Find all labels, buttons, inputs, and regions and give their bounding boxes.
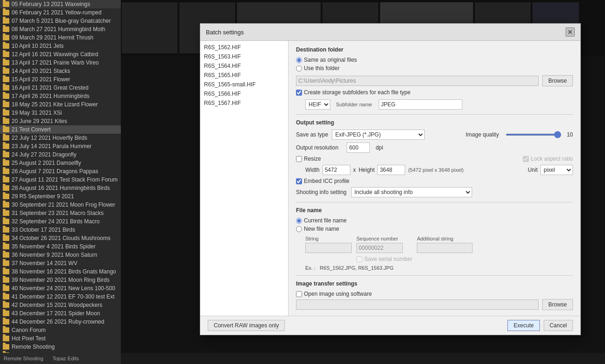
browse-folder-button[interactable]: Browse [542, 75, 573, 86]
file-item-4[interactable]: R6S_1565-small.HIF [200, 80, 288, 89]
sidebar-item-1[interactable]: 05 February 13 2021 Waxwings [0, 0, 121, 8]
create-subfolder-label[interactable]: Create storage subfolders for each file … [296, 89, 410, 96]
width-input[interactable] [322, 165, 350, 175]
sidebar-item-9[interactable]: 14 April 20 2021 Stacks [0, 67, 121, 75]
sidebar-item-5[interactable]: 09 March 29 2021 Hermit Thrush [0, 33, 121, 42]
sidebar-item-29[interactable]: 34 October 26 2021 Clouds Mushrooms [0, 234, 121, 242]
topaz-edits-link[interactable]: Topaz Edits [53, 356, 79, 361]
subfolder-type-select[interactable]: HEIF [305, 99, 330, 110]
create-subfolder-checkbox[interactable] [296, 90, 302, 96]
file-item-6[interactable]: R6S_1567.HIF [200, 98, 288, 108]
radio-current-filename[interactable] [296, 218, 302, 224]
sidebar-item-4[interactable]: 08 March 27 2021 Hummingbird Moth [0, 25, 121, 33]
browse-software-button[interactable]: Browse [542, 299, 573, 310]
radio-same-original[interactable] [296, 57, 302, 63]
sidebar-item-11[interactable]: 16 April 21 2021 Great Crested [0, 84, 121, 92]
quality-slider[interactable] [506, 134, 561, 136]
sidebar-item-13[interactable]: 18 May 25 2021 Kite Lizard Flower [0, 100, 121, 109]
sidebar-item-23[interactable]: 28 August 16 2021 Hummingbirds Birds [0, 184, 121, 192]
sidebar-item-2[interactable]: 06 February 21 2021 Yellow-rumped [0, 8, 121, 17]
lock-aspect-checkbox[interactable] [523, 156, 529, 162]
radio-current-label[interactable]: Current file name [296, 217, 573, 224]
sequence-input[interactable] [356, 243, 403, 253]
resolution-input[interactable] [347, 143, 370, 153]
cancel-button[interactable]: Cancel [544, 320, 573, 331]
sidebar-item-label-38: 43 December 17 2021 Spider Moon [12, 310, 100, 317]
sidebar-item-6[interactable]: 10 April 10 2021 Jets [0, 42, 121, 50]
sidebar-item-40[interactable]: Canon Forum [0, 326, 121, 334]
embed-icc-label[interactable]: Embed ICC profile [296, 178, 349, 184]
sidebar-item-36[interactable]: 41 December 12 2021 EF 70-300 test Ext [0, 292, 121, 301]
embed-icc-checkbox[interactable] [296, 178, 302, 184]
radio-new-filename[interactable] [296, 226, 302, 232]
open-software-label[interactable]: Open image using software [296, 291, 573, 297]
sidebar-item-19[interactable]: 24 July 27 2021 Dragonfly [0, 150, 121, 159]
sidebar-item-24[interactable]: 29 R5 September 9 2021 [0, 192, 121, 201]
open-software-checkbox[interactable] [296, 291, 302, 297]
sidebar-item-10[interactable]: 15 April 20 2021 Flower [0, 75, 121, 84]
unit-select[interactable]: pixel [540, 165, 573, 175]
execute-button[interactable]: Execute [507, 320, 539, 331]
sidebar-item-12[interactable]: 17 April 26 2021 Hummingbirds [0, 92, 121, 100]
save-as-select[interactable]: Exif-JPEG (*.JPG) [332, 130, 425, 140]
sidebar-item-37[interactable]: 42 December 15 2021 Woodpeckers [0, 301, 121, 309]
lock-aspect-label[interactable]: Lock aspect ratio [523, 156, 573, 162]
folder-icon-27 [3, 219, 9, 224]
height-input[interactable] [377, 165, 405, 175]
sidebar-item-7[interactable]: 12 April 16 2021 Waxwings Catbird [0, 50, 121, 58]
sidebar-item-25[interactable]: 30 September 21 2021 Moon Frog Flower [0, 201, 121, 209]
sidebar-item-28[interactable]: 33 October 17 2021 Birds [0, 226, 121, 234]
sidebar-item-label-36: 41 December 12 2021 EF 70-300 test Ext [12, 293, 114, 300]
sidebar-item-31[interactable]: 36 November 9 2021 Moon Saturn [0, 251, 121, 259]
sidebar-item-32[interactable]: 37 November 14 2021 WV [0, 259, 121, 267]
string-label: String [305, 236, 352, 241]
sidebar-item-42[interactable]: Remote Shooting [0, 343, 121, 351]
sidebar-item-27[interactable]: 32 September 24 2021 Birds Macro [0, 217, 121, 226]
sidebar-item-16[interactable]: 21 Test Convert [0, 125, 121, 134]
sidebar-item-3[interactable]: 07 March 5 2021 Blue-gray Gnatcatcher [0, 17, 121, 25]
sidebar-item-33[interactable]: 38 November 16 2021 Birds Gnats Mango [0, 267, 121, 276]
radio-use-folder[interactable] [296, 65, 302, 72]
sidebar-item-8[interactable]: 13 April 17 2021 Prairie Warb Vireo [0, 58, 121, 67]
sidebar-item-label-18: 23 July 14 2021 Parula Hummer [12, 143, 92, 150]
additional-input[interactable] [417, 243, 473, 253]
save-serial-checkbox[interactable] [356, 256, 362, 262]
sidebar-item-41[interactable]: Hot Pixel Test [0, 334, 121, 343]
sidebar-item-20[interactable]: 25 August 2 2021 Damselfly [0, 159, 121, 167]
sidebar-item-30[interactable]: 35 November 4 2021 Birds Spider [0, 242, 121, 251]
sidebar-item-35[interactable]: 40 November 24 2021 New Lens 100-500 [0, 284, 121, 292]
sidebar-item-38[interactable]: 43 December 17 2021 Spider Moon [0, 309, 121, 318]
file-item-0[interactable]: R6S_1562.HIF [200, 43, 288, 52]
sidebar-item-22[interactable]: 27 August 11 2021 Test Stack From Forum [0, 176, 121, 184]
resize-label[interactable]: Resize [296, 156, 321, 162]
sidebar-item-21[interactable]: 26 August 7 2021 Dragons Pappas [0, 167, 121, 176]
sidebar-item-18[interactable]: 23 July 14 2021 Parula Hummer [0, 142, 121, 150]
folder-icon-28 [3, 227, 9, 233]
remote-shooting-link[interactable]: Remote Shooting [4, 356, 43, 361]
folder-path-input[interactable] [296, 76, 539, 86]
sidebar-item-label-10: 15 April 20 2021 Flower [12, 76, 70, 83]
convert-raw-button[interactable]: Convert RAW images only [208, 320, 285, 331]
subfolder-name-input[interactable] [379, 99, 462, 110]
file-item-3[interactable]: R6S_1565.HIF [200, 71, 288, 80]
file-item-5[interactable]: R6S_1566.HIF [200, 89, 288, 98]
save-serial-label[interactable]: Save serial number [356, 256, 412, 262]
dialog-close-button[interactable]: ✕ [566, 27, 575, 37]
resize-checkbox[interactable] [296, 156, 302, 162]
sidebar-item-14[interactable]: 19 May 31 2021 XSi [0, 109, 121, 117]
radio-same-label[interactable]: Same as original files [296, 57, 573, 63]
sidebar-item-34[interactable]: 39 November 20 2021 Moon Ring Birds [0, 276, 121, 284]
string-input[interactable] [305, 243, 352, 253]
radio-use-label[interactable]: Use this folder [296, 65, 573, 72]
shooting-info-select[interactable]: Include all shooting info [351, 187, 472, 197]
radio-new-label[interactable]: New file name [296, 226, 573, 232]
file-item-1[interactable]: R6S_1563.HIF [200, 52, 288, 61]
sidebar-item-15[interactable]: 20 June 29 2021 Kites [0, 117, 121, 125]
folder-icon-1 [3, 1, 9, 7]
sidebar-item-17[interactable]: 22 July 12 2021 Hoverfly Birds [0, 134, 121, 142]
file-item-2[interactable]: R6S_1564.HIF [200, 61, 288, 71]
software-path-input[interactable] [296, 299, 539, 310]
sidebar-item-26[interactable]: 31 September 23 2021 Macro Stacks [0, 209, 121, 217]
sidebar-item-39[interactable]: 44 December 26 2021 Ruby-crowned [0, 318, 121, 326]
file-list-panel: R6S_1562.HIFR6S_1563.HIFR6S_1564.HIFR6S_… [200, 41, 289, 316]
